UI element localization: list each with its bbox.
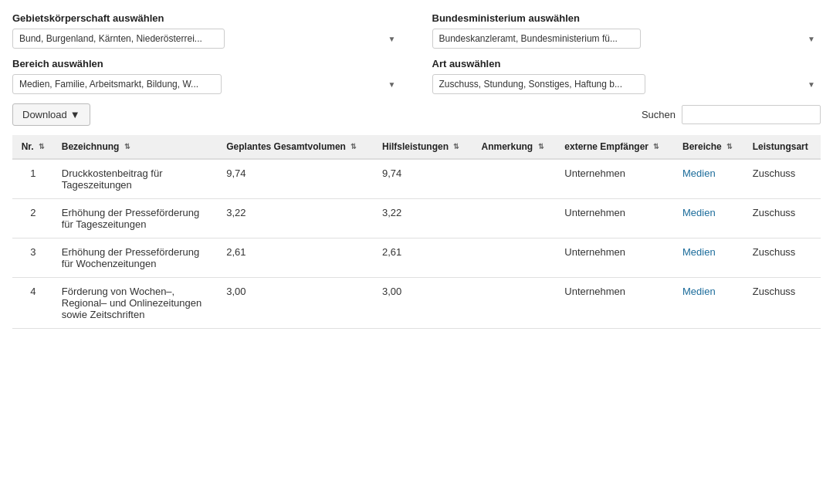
table-cell: 3,22 [374,199,473,238]
search-area: Suchen [642,105,821,124]
art-filter-group: Art auswählen Zuschuss, Stundung, Sonsti… [432,58,821,94]
table-cell: 9,74 [374,159,473,199]
table-cell: 2,61 [218,238,374,278]
sort-icon-externe[interactable]: ⇅ [653,144,659,151]
table-cell: Medien [675,199,745,238]
table-cell: 2 [12,199,54,238]
gebiet-select[interactable]: Bund, Burgenland, Kärnten, Niederösterre… [12,29,225,49]
table-cell: Medien [675,278,745,329]
bereich-select-wrapper: Medien, Familie, Arbeitsmarkt, Bildung, … [12,74,401,94]
sort-icon-hilfs[interactable]: ⇅ [453,144,459,151]
art-label: Art auswählen [432,58,821,69]
table-cell: Erhöhung der Presseförderung für Tagesze… [54,199,218,238]
col-header-bereiche: Bereiche ⇅ [675,135,745,159]
bundesmin-label: Bundesministerium auswählen [432,12,821,24]
table-cell [473,159,557,199]
sort-icon-anmerkung[interactable]: ⇅ [538,144,544,151]
table-cell: 3,22 [218,199,374,238]
col-header-nr: Nr. ⇅ [12,135,54,159]
table-cell [473,278,557,329]
toolbar-row: Download ▼ Suchen [12,103,821,126]
col-header-externe: externe Empfänger ⇅ [557,135,675,159]
art-select-wrapper: Zuschuss, Stundung, Sonstiges, Haftung b… [432,74,821,94]
col-header-leistungsart: Leistungsart [745,135,821,159]
col-header-bezeichnung: Bezeichnung ⇅ [54,135,218,159]
art-select[interactable]: Zuschuss, Stundung, Sonstiges, Haftung b… [432,74,645,94]
search-label: Suchen [642,109,676,120]
download-button[interactable]: Download ▼ [12,103,90,126]
bundesmin-filter-group: Bundesministerium auswählen Bundeskanzle… [432,12,821,49]
search-input[interactable] [682,105,821,124]
sort-icon-bezeichnung[interactable]: ⇅ [124,144,130,151]
bundesmin-select[interactable]: Bundeskanzleramt, Bundesministerium fü..… [432,29,641,49]
table-cell: Zuschuss [745,159,821,199]
table-cell: Zuschuss [745,199,821,238]
table-cell: 2,61 [374,238,473,278]
data-table: Nr. ⇅ Bezeichnung ⇅ Geplantes Gesamtvolu… [12,135,821,329]
table-row: 3Erhöhung der Presseförderung für Wochen… [12,238,821,278]
table-row: 1Druckkostenbeitrag für Tageszeitungen9,… [12,159,821,199]
sort-icon-bereiche[interactable]: ⇅ [726,144,733,151]
bereich-select[interactable]: Medien, Familie, Arbeitsmarkt, Bildung, … [12,74,222,94]
sort-icon-nr[interactable]: ⇅ [39,144,45,151]
table-cell: 9,74 [218,159,374,199]
table-cell: Druckkostenbeitrag für Tageszeitungen [54,159,218,199]
table-cell: 3,00 [218,278,374,329]
table-cell: 1 [12,159,54,199]
table-cell: 3,00 [374,278,473,329]
table-cell: Unternehmen [557,238,675,278]
gebiet-filter-group: Gebietskörperschaft auswählen Bund, Burg… [12,12,401,49]
bereich-label: Bereich auswählen [12,58,401,69]
table-cell: Förderung von Wochen–, Regional– und Onl… [54,278,218,329]
col-header-anmerkung: Anmerkung ⇅ [473,135,557,159]
col-header-geplantes: Geplantes Gesamtvolumen ⇅ [218,135,374,159]
table-body: 1Druckkostenbeitrag für Tageszeitungen9,… [12,159,821,329]
table-cell: 4 [12,278,54,329]
table-cell: Unternehmen [557,159,675,199]
bereich-filter-group: Bereich auswählen Medien, Familie, Arbei… [12,58,401,94]
filter-row-2: Bereich auswählen Medien, Familie, Arbei… [12,58,821,94]
col-header-hilfs: Hilfsleistungen ⇅ [374,135,473,159]
download-label: Download [22,109,67,120]
table-row: 4Förderung von Wochen–, Regional– und On… [12,278,821,329]
table-header-row: Nr. ⇅ Bezeichnung ⇅ Geplantes Gesamtvolu… [12,135,821,159]
table-cell: Erhöhung der Presseförderung für Wochenz… [54,238,218,278]
table-cell: Unternehmen [557,199,675,238]
table-cell: 3 [12,238,54,278]
table-cell: Zuschuss [745,238,821,278]
download-chevron-icon: ▼ [70,109,80,120]
gebiet-label: Gebietskörperschaft auswählen [12,12,401,24]
table-cell: Zuschuss [745,278,821,329]
sort-icon-geplantes[interactable]: ⇅ [350,144,357,151]
gebiet-select-wrapper: Bund, Burgenland, Kärnten, Niederösterre… [12,29,401,49]
table-cell: Medien [675,159,745,199]
table-cell: Medien [675,238,745,278]
table-cell [473,238,557,278]
table-cell: Unternehmen [557,278,675,329]
filter-row-1: Gebietskörperschaft auswählen Bund, Burg… [12,12,821,49]
table-cell [473,199,557,238]
table-row: 2Erhöhung der Presseförderung für Tagesz… [12,199,821,238]
bundesmin-select-wrapper: Bundeskanzleramt, Bundesministerium fü..… [432,29,821,49]
